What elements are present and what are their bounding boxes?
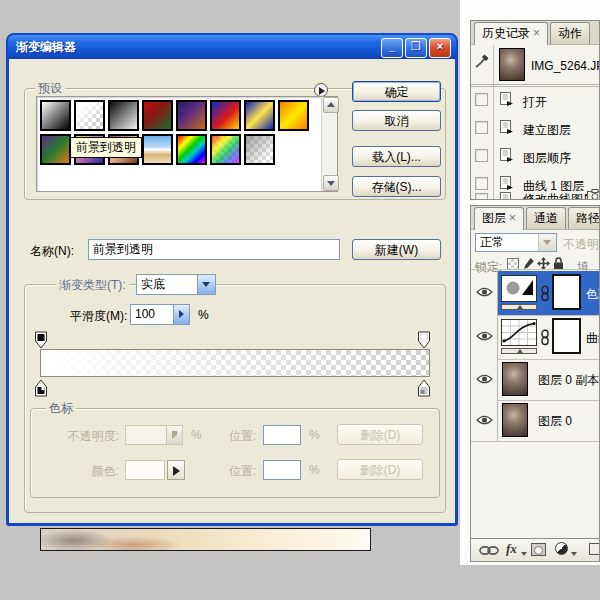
preset-gradient-neutral-density[interactable]: [244, 134, 275, 165]
history-step-label[interactable]: 图层顺序: [523, 150, 571, 167]
layer-row[interactable]: 图层 0 副本: [498, 359, 600, 400]
eye-icon[interactable]: [476, 373, 493, 385]
preset-gradient-blue-red-yellow[interactable]: [210, 100, 241, 131]
smoothness-slider-button[interactable]: [173, 305, 189, 324]
tab-history[interactable]: 历史记录×: [474, 22, 548, 45]
preset-gradient-spectrum[interactable]: [176, 134, 207, 165]
history-step-label[interactable]: 修改曲线图层: [523, 191, 595, 200]
opacity-input: [126, 426, 166, 444]
close-button[interactable]: ×: [429, 38, 451, 58]
layer-row[interactable]: 图层 0: [498, 400, 600, 441]
chevron-down-icon: [571, 552, 577, 556]
layer-name[interactable]: 色彩: [586, 286, 600, 303]
layer-name[interactable]: 图层 0 副本: [538, 372, 599, 389]
preset-gradient-red-green[interactable]: [142, 100, 173, 131]
add-mask-icon[interactable]: [531, 543, 546, 556]
cancel-button[interactable]: 取消: [352, 110, 441, 131]
layer-thumbnail-photo[interactable]: [502, 403, 528, 437]
delete-opacity-button: 删除(D): [337, 424, 423, 445]
preset-gradient-transparent-rainbow[interactable]: [210, 134, 241, 165]
opacity-stop-right[interactable]: [417, 331, 431, 349]
history-step-label[interactable]: 打开: [523, 94, 547, 111]
load-button[interactable]: 载入(L)...: [352, 146, 441, 167]
opacity-input-group: [125, 425, 183, 445]
layer-thumbnail-curves[interactable]: [501, 319, 537, 346]
history-panel: 历史记录× 动作 IMG_5264.JPG 打开 建立图层 图层顺序 曲线 1 …: [470, 20, 600, 200]
preset-flyout-button[interactable]: [314, 83, 328, 97]
location-input-1[interactable]: [263, 425, 301, 445]
tab-paths[interactable]: 路径: [568, 207, 600, 229]
smoothness-percent: %: [198, 308, 209, 322]
adjustment-layer-icon[interactable]: [555, 542, 568, 555]
history-source-well[interactable]: [475, 149, 488, 162]
eye-icon[interactable]: [476, 414, 493, 426]
layer-row-selected[interactable]: 色彩: [498, 271, 600, 315]
minimize-button[interactable]: _: [381, 38, 403, 58]
save-button[interactable]: 存储(S)...: [352, 176, 441, 197]
preset-gradient-foreground-to-background[interactable]: [40, 100, 71, 131]
history-source-well[interactable]: [475, 193, 488, 200]
layer-styles-icon[interactable]: fx: [506, 541, 517, 557]
new-button[interactable]: 新建(W): [352, 239, 441, 260]
tab-close-icon[interactable]: ×: [509, 211, 516, 225]
smoothness-input[interactable]: [131, 305, 173, 324]
color-stop-left[interactable]: [34, 379, 48, 397]
tab-actions[interactable]: 动作: [550, 22, 590, 44]
maximize-button[interactable]: ❒: [405, 38, 427, 58]
layers-panel: 图层× 通道 路径 正常 不透明 锁定: 填 色彩 曲线: [470, 205, 600, 562]
chevron-down-icon[interactable]: [197, 275, 215, 294]
eye-icon[interactable]: [476, 286, 493, 298]
color-picker-arrow-button[interactable]: [167, 460, 185, 480]
gradient-type-select[interactable]: 实底: [136, 274, 216, 295]
preset-gradient-blue-yellow-blue[interactable]: [244, 100, 275, 131]
preset-gradient-foreground-to-transparent[interactable]: [74, 100, 105, 131]
history-source-well[interactable]: [475, 121, 488, 134]
ok-button[interactable]: 确定: [352, 81, 441, 102]
layer-row[interactable]: 曲线: [498, 315, 600, 359]
layer-thumbnail-photo[interactable]: [502, 362, 528, 396]
title-bar[interactable]: 渐变编辑器 _ ❒ ×: [8, 35, 456, 59]
preset-gradient-orange-yellow-orange[interactable]: [278, 100, 309, 131]
mask-thumbnail[interactable]: [552, 274, 581, 310]
opacity-stop-left[interactable]: [34, 331, 48, 349]
blend-mode-select[interactable]: 正常: [475, 233, 557, 252]
preset-gradient-violet-orange[interactable]: [176, 100, 207, 131]
scroll-up-button[interactable]: [323, 97, 339, 113]
history-step-label[interactable]: 建立图层: [523, 122, 571, 139]
history-brush-icon[interactable]: [474, 53, 490, 69]
tab-layers[interactable]: 图层×: [474, 207, 524, 230]
new-snapshot-camera-icon[interactable]: [587, 189, 600, 200]
scroll-down-button[interactable]: [323, 175, 339, 191]
lock-all-icon[interactable]: [553, 256, 564, 270]
opacity-label: 不透明度:: [39, 428, 119, 445]
preset-gradient-chrome[interactable]: [142, 134, 173, 165]
layer-name[interactable]: 曲线: [586, 330, 600, 347]
new-group-icon[interactable]: [589, 543, 600, 555]
eye-icon[interactable]: [476, 330, 493, 342]
color-stop-right[interactable]: [417, 379, 431, 397]
preset-gradient-black-white[interactable]: [108, 100, 139, 131]
mask-thumbnail[interactable]: [552, 318, 581, 354]
name-input[interactable]: [88, 239, 340, 260]
gradient-bar[interactable]: [40, 349, 430, 377]
blend-mode-value: 正常: [476, 234, 538, 251]
preset-gradient-violet-green-orange[interactable]: [40, 134, 71, 165]
snapshot-label[interactable]: IMG_5264.JPG: [531, 59, 600, 73]
layers-tabbar: 图层× 通道 路径: [471, 206, 599, 230]
location-input-2[interactable]: [263, 460, 301, 480]
history-source-well[interactable]: [475, 93, 488, 106]
document-canvas-strip: [40, 528, 371, 551]
opacity-field-label: 不透明: [563, 236, 599, 253]
tab-close-icon[interactable]: ×: [533, 26, 540, 40]
tab-channels[interactable]: 通道: [526, 207, 566, 229]
link-icon: [540, 285, 550, 302]
preset-scrollbar[interactable]: [321, 97, 337, 191]
link-layers-icon[interactable]: [479, 545, 499, 556]
gradient-type-value: 实底: [137, 275, 197, 294]
stops-group: [30, 408, 440, 498]
snapshot-thumbnail[interactable]: [499, 48, 525, 81]
history-source-well[interactable]: [475, 177, 488, 190]
layer-name[interactable]: 图层 0: [538, 413, 572, 430]
layer-thumbnail-color-balance[interactable]: [501, 275, 537, 302]
location-percent-1: %: [309, 428, 320, 442]
